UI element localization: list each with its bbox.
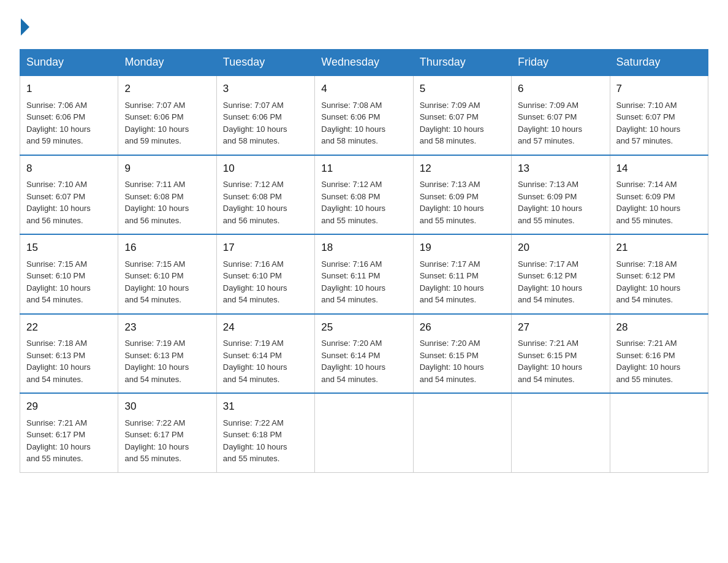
col-header-wednesday: Wednesday <box>315 50 413 76</box>
col-header-thursday: Thursday <box>413 50 511 76</box>
logo-arrow-icon <box>21 18 29 36</box>
calendar-cell: 21Sunrise: 7:18 AMSunset: 6:12 PMDayligh… <box>610 234 708 314</box>
calendar-cell: 2Sunrise: 7:07 AMSunset: 6:06 PMDaylight… <box>118 75 216 155</box>
day-number: 4 <box>321 81 406 97</box>
week-row-4: 22Sunrise: 7:18 AMSunset: 6:13 PMDayligh… <box>20 314 708 394</box>
day-info: Sunrise: 7:07 AMSunset: 6:06 PMDaylight:… <box>223 99 308 147</box>
day-info: Sunrise: 7:16 AMSunset: 6:11 PMDaylight:… <box>321 258 406 306</box>
calendar-cell: 12Sunrise: 7:13 AMSunset: 6:09 PMDayligh… <box>413 155 511 235</box>
day-number: 12 <box>420 161 505 177</box>
day-info: Sunrise: 7:09 AMSunset: 6:07 PMDaylight:… <box>518 99 603 147</box>
col-header-tuesday: Tuesday <box>216 50 314 76</box>
day-number: 26 <box>420 320 505 335</box>
day-number: 6 <box>518 81 603 97</box>
day-number: 24 <box>223 320 308 335</box>
day-number: 2 <box>124 81 210 97</box>
day-number: 15 <box>26 240 112 256</box>
day-info: Sunrise: 7:13 AMSunset: 6:09 PMDaylight:… <box>518 178 603 226</box>
day-info: Sunrise: 7:20 AMSunset: 6:14 PMDaylight:… <box>321 337 406 385</box>
day-info: Sunrise: 7:17 AMSunset: 6:12 PMDaylight:… <box>518 258 603 306</box>
day-number: 18 <box>321 240 406 256</box>
calendar-cell: 3Sunrise: 7:07 AMSunset: 6:06 PMDaylight… <box>216 75 314 155</box>
calendar-cell: 16Sunrise: 7:15 AMSunset: 6:10 PMDayligh… <box>118 234 216 314</box>
day-number: 7 <box>616 81 702 97</box>
day-info: Sunrise: 7:11 AMSunset: 6:08 PMDaylight:… <box>124 178 210 226</box>
day-number: 30 <box>124 399 210 415</box>
day-number: 1 <box>26 81 112 97</box>
day-number: 14 <box>616 161 702 177</box>
day-info: Sunrise: 7:19 AMSunset: 6:13 PMDaylight:… <box>124 337 210 385</box>
day-number: 19 <box>420 240 505 256</box>
calendar-cell: 29Sunrise: 7:21 AMSunset: 6:17 PMDayligh… <box>20 393 118 472</box>
day-info: Sunrise: 7:08 AMSunset: 6:06 PMDaylight:… <box>321 99 406 147</box>
week-row-3: 15Sunrise: 7:15 AMSunset: 6:10 PMDayligh… <box>20 234 708 314</box>
calendar-cell: 14Sunrise: 7:14 AMSunset: 6:09 PMDayligh… <box>610 155 708 235</box>
day-number: 16 <box>124 240 210 256</box>
day-info: Sunrise: 7:18 AMSunset: 6:13 PMDaylight:… <box>26 337 112 385</box>
day-info: Sunrise: 7:09 AMSunset: 6:07 PMDaylight:… <box>420 99 505 147</box>
calendar-cell: 4Sunrise: 7:08 AMSunset: 6:06 PMDaylight… <box>315 75 413 155</box>
day-info: Sunrise: 7:10 AMSunset: 6:07 PMDaylight:… <box>616 99 702 147</box>
calendar-cell: 19Sunrise: 7:17 AMSunset: 6:11 PMDayligh… <box>413 234 511 314</box>
calendar-cell: 15Sunrise: 7:15 AMSunset: 6:10 PMDayligh… <box>20 234 118 314</box>
day-number: 31 <box>223 399 308 415</box>
calendar-cell: 20Sunrise: 7:17 AMSunset: 6:12 PMDayligh… <box>512 234 610 314</box>
day-number: 3 <box>223 81 308 97</box>
col-header-friday: Friday <box>512 50 610 76</box>
day-number: 27 <box>518 320 603 335</box>
col-header-sunday: Sunday <box>20 50 118 76</box>
day-number: 9 <box>124 161 210 177</box>
day-info: Sunrise: 7:21 AMSunset: 6:16 PMDaylight:… <box>616 337 702 385</box>
calendar-cell: 25Sunrise: 7:20 AMSunset: 6:14 PMDayligh… <box>315 314 413 394</box>
calendar-cell <box>315 393 413 472</box>
day-info: Sunrise: 7:13 AMSunset: 6:09 PMDaylight:… <box>420 178 505 226</box>
day-number: 13 <box>518 161 603 177</box>
day-info: Sunrise: 7:21 AMSunset: 6:15 PMDaylight:… <box>518 337 603 385</box>
calendar-cell: 18Sunrise: 7:16 AMSunset: 6:11 PMDayligh… <box>315 234 413 314</box>
day-info: Sunrise: 7:07 AMSunset: 6:06 PMDaylight:… <box>124 99 210 147</box>
calendar-cell: 9Sunrise: 7:11 AMSunset: 6:08 PMDaylight… <box>118 155 216 235</box>
day-number: 17 <box>223 240 308 256</box>
day-number: 28 <box>616 320 702 335</box>
calendar-cell <box>512 393 610 472</box>
day-number: 20 <box>518 240 603 256</box>
day-number: 11 <box>321 161 406 177</box>
day-info: Sunrise: 7:22 AMSunset: 6:17 PMDaylight:… <box>124 417 210 465</box>
week-row-2: 8Sunrise: 7:10 AMSunset: 6:07 PMDaylight… <box>20 155 708 235</box>
day-number: 21 <box>616 240 702 256</box>
col-header-saturday: Saturday <box>610 50 708 76</box>
day-info: Sunrise: 7:20 AMSunset: 6:15 PMDaylight:… <box>420 337 505 385</box>
calendar-table: SundayMondayTuesdayWednesdayThursdayFrid… <box>20 49 708 473</box>
day-info: Sunrise: 7:19 AMSunset: 6:14 PMDaylight:… <box>223 337 308 385</box>
day-info: Sunrise: 7:14 AMSunset: 6:09 PMDaylight:… <box>616 178 702 226</box>
calendar-cell: 26Sunrise: 7:20 AMSunset: 6:15 PMDayligh… <box>413 314 511 394</box>
calendar-cell: 1Sunrise: 7:06 AMSunset: 6:06 PMDaylight… <box>20 75 118 155</box>
day-info: Sunrise: 7:10 AMSunset: 6:07 PMDaylight:… <box>26 178 112 226</box>
day-info: Sunrise: 7:06 AMSunset: 6:06 PMDaylight:… <box>26 99 112 147</box>
day-number: 25 <box>321 320 406 335</box>
day-number: 5 <box>420 81 505 97</box>
calendar-cell <box>413 393 511 472</box>
calendar-cell: 27Sunrise: 7:21 AMSunset: 6:15 PMDayligh… <box>512 314 610 394</box>
week-row-5: 29Sunrise: 7:21 AMSunset: 6:17 PMDayligh… <box>20 393 708 472</box>
day-info: Sunrise: 7:17 AMSunset: 6:11 PMDaylight:… <box>420 258 505 306</box>
calendar-cell <box>610 393 708 472</box>
calendar-cell: 22Sunrise: 7:18 AMSunset: 6:13 PMDayligh… <box>20 314 118 394</box>
logo <box>20 20 29 37</box>
day-info: Sunrise: 7:15 AMSunset: 6:10 PMDaylight:… <box>124 258 210 306</box>
day-info: Sunrise: 7:16 AMSunset: 6:10 PMDaylight:… <box>223 258 308 306</box>
calendar-cell: 30Sunrise: 7:22 AMSunset: 6:17 PMDayligh… <box>118 393 216 472</box>
calendar-cell: 17Sunrise: 7:16 AMSunset: 6:10 PMDayligh… <box>216 234 314 314</box>
day-info: Sunrise: 7:22 AMSunset: 6:18 PMDaylight:… <box>223 417 308 465</box>
day-number: 29 <box>26 399 112 415</box>
day-info: Sunrise: 7:15 AMSunset: 6:10 PMDaylight:… <box>26 258 112 306</box>
calendar-cell: 7Sunrise: 7:10 AMSunset: 6:07 PMDaylight… <box>610 75 708 155</box>
day-number: 22 <box>26 320 112 335</box>
day-info: Sunrise: 7:12 AMSunset: 6:08 PMDaylight:… <box>321 178 406 226</box>
calendar-cell: 5Sunrise: 7:09 AMSunset: 6:07 PMDaylight… <box>413 75 511 155</box>
calendar-cell: 8Sunrise: 7:10 AMSunset: 6:07 PMDaylight… <box>20 155 118 235</box>
page-header <box>20 15 708 37</box>
calendar-cell: 10Sunrise: 7:12 AMSunset: 6:08 PMDayligh… <box>216 155 314 235</box>
calendar-cell: 6Sunrise: 7:09 AMSunset: 6:07 PMDaylight… <box>512 75 610 155</box>
calendar-cell: 13Sunrise: 7:13 AMSunset: 6:09 PMDayligh… <box>512 155 610 235</box>
